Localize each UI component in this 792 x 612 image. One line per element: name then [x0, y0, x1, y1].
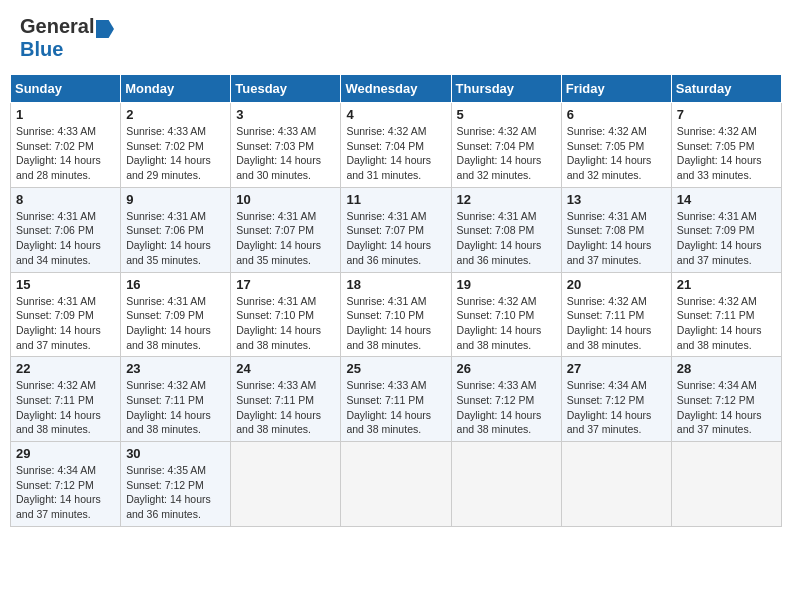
day-number: 24 — [236, 361, 335, 376]
day-info: Sunrise: 4:31 AMSunset: 7:10 PMDaylight:… — [236, 294, 335, 353]
calendar-cell: 20Sunrise: 4:32 AMSunset: 7:11 PMDayligh… — [561, 272, 671, 357]
calendar-cell: 7Sunrise: 4:32 AMSunset: 7:05 PMDaylight… — [671, 103, 781, 188]
day-info: Sunrise: 4:32 AMSunset: 7:11 PMDaylight:… — [677, 294, 776, 353]
col-header-thursday: Thursday — [451, 75, 561, 103]
calendar-week-row: 1Sunrise: 4:33 AMSunset: 7:02 PMDaylight… — [11, 103, 782, 188]
calendar-cell: 11Sunrise: 4:31 AMSunset: 7:07 PMDayligh… — [341, 187, 451, 272]
calendar-cell: 9Sunrise: 4:31 AMSunset: 7:06 PMDaylight… — [121, 187, 231, 272]
logo-general-text: General — [20, 15, 94, 37]
day-number: 12 — [457, 192, 556, 207]
day-info: Sunrise: 4:33 AMSunset: 7:12 PMDaylight:… — [457, 378, 556, 437]
calendar-cell: 26Sunrise: 4:33 AMSunset: 7:12 PMDayligh… — [451, 357, 561, 442]
day-number: 3 — [236, 107, 335, 122]
calendar-cell — [671, 442, 781, 527]
day-info: Sunrise: 4:31 AMSunset: 7:07 PMDaylight:… — [346, 209, 445, 268]
day-number: 4 — [346, 107, 445, 122]
calendar-cell: 2Sunrise: 4:33 AMSunset: 7:02 PMDaylight… — [121, 103, 231, 188]
day-number: 23 — [126, 361, 225, 376]
day-info: Sunrise: 4:31 AMSunset: 7:07 PMDaylight:… — [236, 209, 335, 268]
calendar-cell: 5Sunrise: 4:32 AMSunset: 7:04 PMDaylight… — [451, 103, 561, 188]
day-info: Sunrise: 4:33 AMSunset: 7:11 PMDaylight:… — [236, 378, 335, 437]
day-info: Sunrise: 4:35 AMSunset: 7:12 PMDaylight:… — [126, 463, 225, 522]
day-number: 10 — [236, 192, 335, 207]
page-header: General Blue — [10, 10, 782, 66]
day-number: 20 — [567, 277, 666, 292]
day-info: Sunrise: 4:33 AMSunset: 7:02 PMDaylight:… — [126, 124, 225, 183]
calendar-cell: 12Sunrise: 4:31 AMSunset: 7:08 PMDayligh… — [451, 187, 561, 272]
day-info: Sunrise: 4:31 AMSunset: 7:06 PMDaylight:… — [16, 209, 115, 268]
calendar-cell: 6Sunrise: 4:32 AMSunset: 7:05 PMDaylight… — [561, 103, 671, 188]
day-info: Sunrise: 4:32 AMSunset: 7:04 PMDaylight:… — [457, 124, 556, 183]
day-info: Sunrise: 4:31 AMSunset: 7:09 PMDaylight:… — [126, 294, 225, 353]
logo: General Blue — [20, 15, 114, 61]
day-info: Sunrise: 4:31 AMSunset: 7:08 PMDaylight:… — [567, 209, 666, 268]
day-info: Sunrise: 4:33 AMSunset: 7:03 PMDaylight:… — [236, 124, 335, 183]
calendar-cell: 24Sunrise: 4:33 AMSunset: 7:11 PMDayligh… — [231, 357, 341, 442]
day-number: 28 — [677, 361, 776, 376]
day-info: Sunrise: 4:31 AMSunset: 7:06 PMDaylight:… — [126, 209, 225, 268]
calendar-cell: 3Sunrise: 4:33 AMSunset: 7:03 PMDaylight… — [231, 103, 341, 188]
day-info: Sunrise: 4:32 AMSunset: 7:11 PMDaylight:… — [126, 378, 225, 437]
col-header-friday: Friday — [561, 75, 671, 103]
calendar-cell: 15Sunrise: 4:31 AMSunset: 7:09 PMDayligh… — [11, 272, 121, 357]
col-header-wednesday: Wednesday — [341, 75, 451, 103]
day-number: 29 — [16, 446, 115, 461]
day-number: 30 — [126, 446, 225, 461]
calendar-cell: 13Sunrise: 4:31 AMSunset: 7:08 PMDayligh… — [561, 187, 671, 272]
day-number: 2 — [126, 107, 225, 122]
day-info: Sunrise: 4:34 AMSunset: 7:12 PMDaylight:… — [567, 378, 666, 437]
calendar-cell: 14Sunrise: 4:31 AMSunset: 7:09 PMDayligh… — [671, 187, 781, 272]
calendar-cell: 21Sunrise: 4:32 AMSunset: 7:11 PMDayligh… — [671, 272, 781, 357]
calendar-cell: 18Sunrise: 4:31 AMSunset: 7:10 PMDayligh… — [341, 272, 451, 357]
calendar-week-row: 22Sunrise: 4:32 AMSunset: 7:11 PMDayligh… — [11, 357, 782, 442]
day-info: Sunrise: 4:33 AMSunset: 7:02 PMDaylight:… — [16, 124, 115, 183]
day-number: 26 — [457, 361, 556, 376]
day-info: Sunrise: 4:31 AMSunset: 7:10 PMDaylight:… — [346, 294, 445, 353]
day-number: 5 — [457, 107, 556, 122]
day-info: Sunrise: 4:32 AMSunset: 7:05 PMDaylight:… — [677, 124, 776, 183]
calendar-cell: 19Sunrise: 4:32 AMSunset: 7:10 PMDayligh… — [451, 272, 561, 357]
day-number: 16 — [126, 277, 225, 292]
calendar-cell: 10Sunrise: 4:31 AMSunset: 7:07 PMDayligh… — [231, 187, 341, 272]
day-info: Sunrise: 4:32 AMSunset: 7:10 PMDaylight:… — [457, 294, 556, 353]
day-info: Sunrise: 4:31 AMSunset: 7:09 PMDaylight:… — [16, 294, 115, 353]
col-header-saturday: Saturday — [671, 75, 781, 103]
day-number: 27 — [567, 361, 666, 376]
day-number: 9 — [126, 192, 225, 207]
calendar-cell: 25Sunrise: 4:33 AMSunset: 7:11 PMDayligh… — [341, 357, 451, 442]
day-number: 8 — [16, 192, 115, 207]
calendar-cell: 1Sunrise: 4:33 AMSunset: 7:02 PMDaylight… — [11, 103, 121, 188]
day-info: Sunrise: 4:33 AMSunset: 7:11 PMDaylight:… — [346, 378, 445, 437]
calendar-week-row: 15Sunrise: 4:31 AMSunset: 7:09 PMDayligh… — [11, 272, 782, 357]
day-number: 21 — [677, 277, 776, 292]
logo-flag-icon — [96, 20, 114, 38]
calendar-week-row: 8Sunrise: 4:31 AMSunset: 7:06 PMDaylight… — [11, 187, 782, 272]
calendar-cell: 27Sunrise: 4:34 AMSunset: 7:12 PMDayligh… — [561, 357, 671, 442]
day-info: Sunrise: 4:31 AMSunset: 7:09 PMDaylight:… — [677, 209, 776, 268]
calendar-cell: 4Sunrise: 4:32 AMSunset: 7:04 PMDaylight… — [341, 103, 451, 188]
day-number: 15 — [16, 277, 115, 292]
day-number: 11 — [346, 192, 445, 207]
day-number: 13 — [567, 192, 666, 207]
calendar-cell — [231, 442, 341, 527]
calendar-table: SundayMondayTuesdayWednesdayThursdayFrid… — [10, 74, 782, 527]
calendar-week-row: 29Sunrise: 4:34 AMSunset: 7:12 PMDayligh… — [11, 442, 782, 527]
day-info: Sunrise: 4:34 AMSunset: 7:12 PMDaylight:… — [677, 378, 776, 437]
col-header-monday: Monday — [121, 75, 231, 103]
calendar-cell: 30Sunrise: 4:35 AMSunset: 7:12 PMDayligh… — [121, 442, 231, 527]
day-number: 17 — [236, 277, 335, 292]
col-header-sunday: Sunday — [11, 75, 121, 103]
calendar-cell: 28Sunrise: 4:34 AMSunset: 7:12 PMDayligh… — [671, 357, 781, 442]
calendar-cell: 22Sunrise: 4:32 AMSunset: 7:11 PMDayligh… — [11, 357, 121, 442]
day-info: Sunrise: 4:31 AMSunset: 7:08 PMDaylight:… — [457, 209, 556, 268]
calendar-cell: 8Sunrise: 4:31 AMSunset: 7:06 PMDaylight… — [11, 187, 121, 272]
day-number: 1 — [16, 107, 115, 122]
calendar-cell: 29Sunrise: 4:34 AMSunset: 7:12 PMDayligh… — [11, 442, 121, 527]
calendar-cell: 23Sunrise: 4:32 AMSunset: 7:11 PMDayligh… — [121, 357, 231, 442]
col-header-tuesday: Tuesday — [231, 75, 341, 103]
calendar-cell: 16Sunrise: 4:31 AMSunset: 7:09 PMDayligh… — [121, 272, 231, 357]
day-number: 22 — [16, 361, 115, 376]
day-number: 19 — [457, 277, 556, 292]
day-number: 25 — [346, 361, 445, 376]
logo-blue-text: Blue — [20, 38, 63, 60]
